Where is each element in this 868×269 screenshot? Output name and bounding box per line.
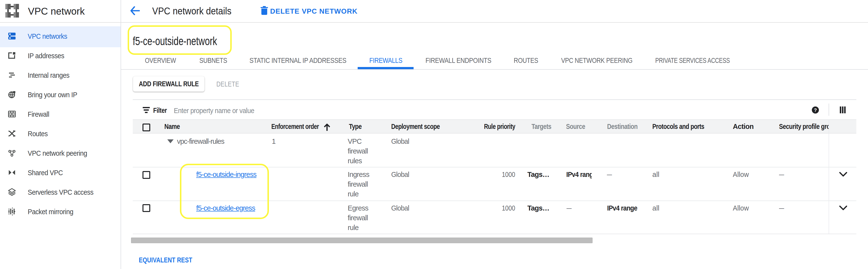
svg-text:?: ? bbox=[814, 107, 817, 113]
